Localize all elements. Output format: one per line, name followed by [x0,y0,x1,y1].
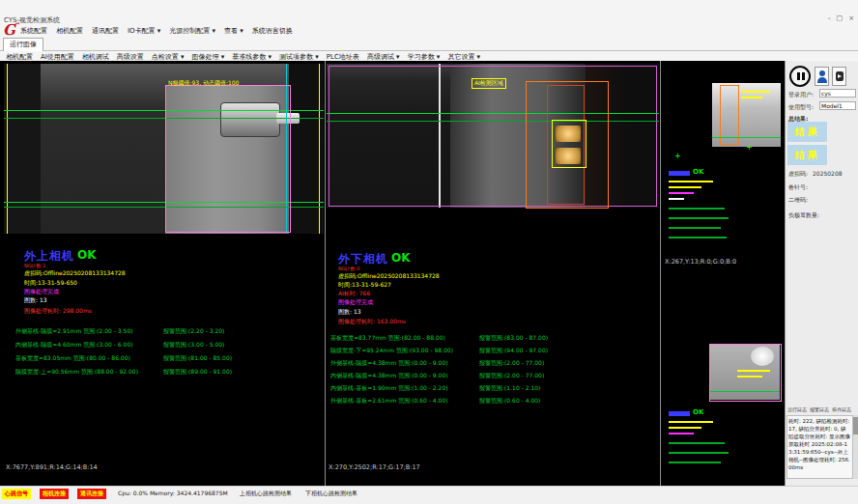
menu-comm-config[interactable]: 通讯配置 [92,26,119,36]
maximize-button[interactable]: □ [836,14,843,22]
close-button[interactable]: × [848,14,854,22]
mini-green-line [712,137,781,138]
measurement-text: 隔膜宽度-上=90.56mm 范围:(88.00 - 92.00) [15,368,138,377]
measurement-row: 外侧基线-基板=2.61mm 范围:(0.60 - 4.00) 报警范围:(0.… [327,397,659,406]
virtual-code-label: 虚拟码:Offline20250208133134728 [338,272,440,281]
measurement-row: 外侧基线-隔膜=4.38mm 范围:(0.00 - 9.00) 报警范围:(2.… [327,359,659,369]
roi-rect-orange [720,85,739,145]
measurement-row: 基板宽度=83.05mm 范围:(80.00 - 86.00) 报警范围:(81… [4,354,324,364]
ng-count-label: NG计数:1 [24,263,45,268]
alarm-range-text: 报警范围:(94.00 - 97.00) [479,347,548,355]
panel-thumbnail-top[interactable]: + + OK X:267,Y:13;R:0;G:0;B:0 [663,61,784,268]
log-tab-run[interactable]: 运行日志 [787,406,807,412]
alarm-range-text: 报警范围:(3.00 - 5.00) [163,341,224,350]
sidebar: 登录用户: 使用型号: 总结果: 结果 结果 虚拟码: 20250208 卷针号… [785,61,858,486]
baseline-green-1 [327,113,659,114]
ng-count-label: NG计数:0 [338,266,359,271]
menu-language-switch[interactable]: 系统语言切换 [252,26,293,36]
measurement-row: 隔膜宽度-上=90.56mm 范围:(88.00 - 92.00) 报警范围:(… [4,368,324,378]
log-tab-operation[interactable]: 操作日志 [832,406,851,412]
menu-io-config[interactable]: IO卡配置 ▾ [128,26,160,36]
measurement-row: 内侧基线-隔膜=4.60mm 范围:(3.00 - 6.00) 报警范围:(3.… [4,341,324,350]
log-textarea[interactable]: 耗时: 222, 缺陷检测耗时: 17, 缺陷分类耗时: 0, 缺陷提取分区耗时… [786,415,853,479]
measurement-row: 外侧基线-隔膜=2.91mm 范围:(2.00 - 3.50) 报警范围:(2.… [4,327,324,337]
mini-yellow-row [669,427,701,429]
measurement-text: 基板宽度=83.77mm 范围:(82.00 - 88.00) [330,334,445,343]
threshold-overlay-label: N极阈值:93, 动态阈值:100 [168,79,239,88]
user-login-button[interactable] [815,67,829,86]
mini-green-row [669,462,721,463]
pause-icon [797,72,800,80]
mini-green-row [669,227,721,229]
anode-tab-count-label: 负极耳数量: [788,211,819,220]
menu-light-config[interactable]: 光源控制配置 ▾ [169,26,215,36]
measurement-row: 内侧基线-基板=1.90mm 范围:(1.00 - 2.20) 报警范围:(1.… [327,384,659,394]
upper-camera-heartbeat-result[interactable]: 上相机心跳检测结果 [240,490,292,498]
needle-number-label: 卷针号: [788,183,808,192]
mini-yellow-text-bar [741,97,762,98]
mini-result-ok: OK [693,168,703,176]
comm-connection-badge: 通讯连接 [77,489,106,499]
exit-button[interactable] [832,67,846,86]
menu-camera-config[interactable]: 相机配置 [56,26,83,36]
green-cross-marker: + [746,144,753,152]
tab-run-image[interactable]: 运行图像 [3,38,43,51]
process-done-label: 图像处理完成 [24,288,59,296]
main-image-area: N极阈值:93, 动态阈值:100 外上相机 OK NG计数:1 虚拟码:Off… [0,61,785,486]
model-label: 使用型号: [788,103,814,112]
virtual-code-label: 虚拟码: [788,170,808,179]
pixel-coords-readout: X:270,Y:2502;R:17;G:17;B:17 [329,463,420,471]
process-time-label: 图像处理耗时: 298.00ms [24,307,92,316]
mini-green-row [669,217,729,219]
measurement-text: 内侧基线-隔膜=4.60mm 范围:(3.00 - 6.00) [15,341,133,350]
statusbar: 心跳信号 相机连接 通讯连接 Cpu: 0.0% Memory: 3424.41… [0,486,858,504]
panel-thumbnail-bottom[interactable]: OK X:311,Y:980;R:0;G:0;B:0 [663,268,784,486]
measurement-text: 内侧基线-基板=1.90mm 范围:(1.00 - 2.20) [330,384,448,393]
measurement-row: 内侧基线-隔膜=4.38mm 范围:(0.00 - 9.00) 报警范围:(2.… [327,372,659,381]
pause-button[interactable] [789,66,811,87]
tab-divider [0,50,858,51]
frame-count-label: 图数: 13 [338,308,361,317]
measurement-text: 隔膜宽度-下=95.24mm 范围:(93.00 - 98.00) [330,347,453,355]
frame-count-label: 图数: 13 [24,296,47,305]
menu-system-config[interactable]: 系统配置 [20,26,47,36]
pause-icon [802,72,805,80]
roi-rect-pink [709,344,782,402]
panel-divider [325,61,326,486]
log-scrollbar-thumb[interactable] [853,417,858,434]
mini-yellow-row [669,181,713,182]
alarm-range-text: 报警范围:(2.00 - 77.00) [479,372,544,380]
login-user-field[interactable] [819,89,856,98]
minimize-button[interactable]: – [828,14,832,22]
mini-magenta-row [669,433,694,434]
app-logo-icon: Ɠ [3,23,15,37]
panel-camera-outer-lower[interactable]: AI检测区域 外下相机 OK NG计数:0 虚拟码:Offline2025020… [327,61,659,486]
log-scrollbar[interactable] [853,415,858,479]
panel-divider [660,61,661,486]
panel-camera-outer-upper[interactable]: N极阈值:93, 动态阈值:100 外上相机 OK NG计数:1 虚拟码:Off… [4,61,324,486]
user-icon [819,70,825,76]
menu-view[interactable]: 查看 ▾ [224,26,243,36]
exit-icon-arrow [838,74,842,78]
thumbnail-image[interactable] [712,83,781,147]
measurement-text: 外侧基线-基板=2.61mm 范围:(0.60 - 4.00) [330,397,448,406]
user-icon [817,77,827,83]
alarm-range-text: 报警范围:(2.00 - 77.00) [479,359,544,368]
baseline-green-2 [327,121,659,122]
time-label: 时间:13-31-59-650 [24,279,77,288]
mini-green-row [669,237,727,238]
measurement-text: 外侧基线-隔膜=4.38mm 范围:(0.00 - 9.00) [330,359,448,368]
pixel-coords-readout: X:267,Y:13;R:0;G:0;B:0 [665,258,736,266]
lower-camera-heartbeat-result[interactable]: 下相机心跳检测结果 [305,490,358,498]
model-field[interactable] [819,101,856,110]
ai-time-label: AI耗时: 766 [338,290,370,298]
measurement-text: 外侧基线-隔膜=2.91mm 范围:(2.00 - 3.50) [15,327,133,336]
app-window: CYS-视觉检测系统 – □ × Ɠ 系统配置 相机配置 通讯配置 IO卡配置 … [0,0,858,504]
result-ok-label: OK [391,251,411,265]
alarm-range-text: 报警范围:(83.00 - 87.00) [479,334,548,343]
alarm-range-text: 报警范围:(0.60 - 4.00) [479,397,540,406]
log-tab-alarm[interactable]: 报警日志 [810,406,829,412]
image-dark-column [4,64,41,234]
cpu-memory-readout: Cpu: 0.0% Memory: 3424.41796875M [118,490,228,496]
heartbeat-status-badge: 心跳信号 [2,489,31,499]
